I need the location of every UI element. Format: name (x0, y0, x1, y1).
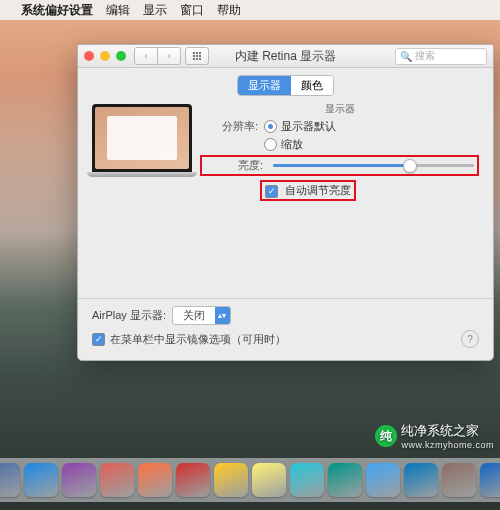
dock-app-icon[interactable] (214, 463, 248, 497)
minimize-icon[interactable] (100, 51, 110, 61)
footer: AirPlay 显示器: 关闭 ▴▾ ✓ 在菜单栏中显示镜像选项（可用时） ? (78, 298, 493, 360)
dock-app-icon[interactable] (138, 463, 172, 497)
tab-display[interactable]: 显示器 (238, 76, 291, 95)
slider-thumb[interactable] (403, 159, 417, 173)
tab-color[interactable]: 颜色 (291, 76, 333, 95)
radio-default[interactable] (264, 120, 277, 133)
dock-app-icon[interactable] (176, 463, 210, 497)
radio-scaled[interactable] (264, 138, 277, 151)
dock-app-icon[interactable] (366, 463, 400, 497)
search-icon: 🔍 (400, 51, 412, 62)
content: 显示器 分辨率: 显示器默认 缩放 亮度: (78, 96, 493, 298)
menubar: 系统偏好设置 编辑 显示 窗口 帮助 (0, 0, 500, 20)
dock-app-icon[interactable] (404, 463, 438, 497)
dock (0, 458, 500, 502)
resolution-label: 分辨率: (200, 119, 264, 134)
tab-bar: 显示器 颜色 (78, 75, 493, 96)
help-button[interactable]: ? (461, 330, 479, 348)
highlight-brightness: 亮度: (200, 155, 479, 176)
dock-app-icon[interactable] (24, 463, 58, 497)
watermark-logo-icon: 纯 (375, 425, 397, 447)
brightness-slider[interactable] (273, 164, 474, 167)
desktop: 系统偏好设置 编辑 显示 窗口 帮助 ‹ › 内建 Retina 显示器 🔍 搜… (0, 0, 500, 510)
radio-scaled-label: 缩放 (281, 137, 303, 152)
titlebar[interactable]: ‹ › 内建 Retina 显示器 🔍 搜索 (78, 45, 493, 68)
traffic-lights (84, 51, 126, 61)
watermark-url: www.kzmyhome.com (401, 440, 494, 450)
search-input[interactable]: 🔍 搜索 (395, 48, 487, 65)
zoom-icon[interactable] (116, 51, 126, 61)
close-icon[interactable] (84, 51, 94, 61)
menubar-item[interactable]: 窗口 (180, 2, 204, 19)
airplay-popup[interactable]: 关闭 ▴▾ (172, 306, 231, 325)
radio-default-label: 显示器默认 (281, 119, 336, 134)
airplay-value: 关闭 (173, 308, 215, 323)
mirror-label: 在菜单栏中显示镜像选项（可用时） (110, 332, 286, 347)
display-preview (92, 102, 192, 298)
grid-icon (193, 52, 201, 60)
auto-brightness-checkbox[interactable]: ✓ (265, 185, 278, 198)
auto-brightness-label: 自动调节亮度 (285, 184, 351, 196)
search-placeholder: 搜索 (415, 49, 435, 63)
dock-app-icon[interactable] (62, 463, 96, 497)
section-label: 显示器 (325, 102, 355, 116)
highlight-auto-brightness: ✓ 自动调节亮度 (260, 180, 356, 201)
dock-app-icon[interactable] (290, 463, 324, 497)
dock-app-icon[interactable] (480, 463, 500, 497)
settings-pane: 显示器 分辨率: 显示器默认 缩放 亮度: (200, 102, 479, 298)
show-all-button[interactable] (185, 47, 209, 65)
dock-app-icon[interactable] (328, 463, 362, 497)
chevron-updown-icon: ▴▾ (215, 307, 230, 324)
nav-buttons: ‹ › (134, 47, 181, 65)
dock-app-icon[interactable] (252, 463, 286, 497)
dock-app-icon[interactable] (100, 463, 134, 497)
watermark-brand: 纯净系统之家 (401, 423, 479, 438)
mirror-checkbox[interactable]: ✓ (92, 333, 105, 346)
brightness-label: 亮度: (205, 158, 269, 173)
menubar-item[interactable]: 帮助 (217, 2, 241, 19)
watermark: 纯 纯净系统之家 www.kzmyhome.com (375, 422, 494, 450)
menubar-app[interactable]: 系统偏好设置 (21, 2, 93, 19)
dock-app-icon[interactable] (0, 463, 20, 497)
preferences-window: ‹ › 内建 Retina 显示器 🔍 搜索 显示器 颜色 (77, 44, 494, 361)
back-button[interactable]: ‹ (134, 47, 158, 65)
forward-button[interactable]: › (158, 47, 181, 65)
dock-app-icon[interactable] (442, 463, 476, 497)
menubar-item[interactable]: 编辑 (106, 2, 130, 19)
airplay-label: AirPlay 显示器: (92, 308, 166, 323)
menubar-item[interactable]: 显示 (143, 2, 167, 19)
